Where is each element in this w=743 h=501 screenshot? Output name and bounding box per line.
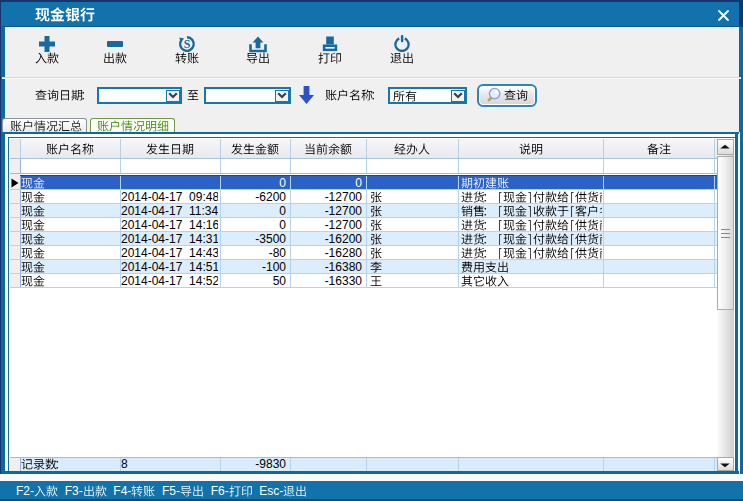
svg-text:S: S — [184, 37, 191, 51]
